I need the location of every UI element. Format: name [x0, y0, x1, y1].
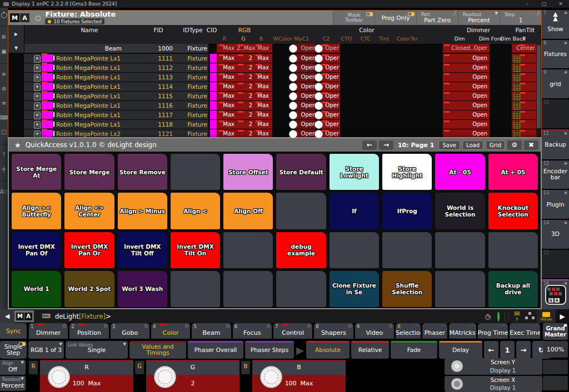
c1-dot[interactable] [315, 83, 323, 91]
c1-dot[interactable] [315, 54, 323, 63]
rgb-value-cell[interactable]: Max2Max [217, 73, 272, 82]
qa-empty-cell[interactable] [171, 154, 220, 190]
screen-encoder-y[interactable]: Screen YDisplay 1 [445, 358, 542, 375]
color-swatch[interactable] [42, 54, 53, 62]
fixture-idtype[interactable]: Fixture [175, 55, 207, 62]
fixture-row[interactable]: Robin MegaPointe Lx1 11111FixtureMax2Max… [8, 54, 541, 63]
sidebar-item-grid[interactable]: 9◉grid [542, 69, 569, 98]
tab-exec-time[interactable]: ⋯Exec Time [510, 323, 540, 339]
color-swatch[interactable] [42, 64, 53, 72]
sub-col-dim[interactable]: Dim [454, 36, 465, 42]
tab-dimmer[interactable]: 1Dimmer [29, 323, 68, 339]
page-prev-button[interactable]: ← [362, 140, 377, 150]
color-swatch[interactable] [42, 83, 53, 91]
qa-empty-cell[interactable] [276, 271, 326, 307]
qa-empty-cell[interactable] [223, 232, 273, 268]
save-button[interactable]: Save [438, 140, 460, 150]
load-button[interactable]: Load [462, 140, 483, 150]
pantilt-cell[interactable] [512, 54, 536, 63]
step-selector[interactable]: ╱ Step 1 [500, 11, 541, 25]
qa-empty-cell[interactable] [171, 271, 220, 307]
fixture-name[interactable]: Robin MegaPointe Lx1 2 [56, 64, 122, 71]
tab-prog-time[interactable]: ⋯Prog Time [478, 323, 508, 339]
colormacro-cell[interactable]: Oper [296, 44, 316, 53]
power-icon[interactable] [1, 12, 7, 18]
rgb-value-cell[interactable]: Max2Max [217, 63, 272, 72]
fixture-name[interactable]: Robin MegaPointe Lx1 4 [56, 83, 122, 90]
grand-master-button[interactable]: Grand Master [543, 323, 568, 340]
screen-encoder-x[interactable]: Screen XDisplay 1 [445, 376, 542, 392]
help-icon[interactable]: ? [2, 152, 5, 159]
qa-button-align-center[interactable]: Align <> Center [64, 193, 114, 229]
sub-col-dim-fore[interactable]: Dim Fore [479, 36, 503, 42]
tab-phaser[interactable]: ⋯Phaser [422, 323, 447, 339]
c1-cell[interactable]: Oper [321, 63, 340, 72]
sidebar-item-3d[interactable]: 14◉3D [542, 220, 569, 249]
encoder-chip-g[interactable]: G [135, 361, 144, 374]
qa-button-store-highlight[interactable]: Store Highlight [382, 154, 432, 190]
fixture-idtype[interactable]: Fixture [175, 45, 207, 52]
tab-focus[interactable]: 6Focus [233, 323, 272, 339]
minimize-button[interactable]: – [519, 0, 536, 8]
close-icon[interactable]: ✖ [524, 140, 538, 150]
dim-cell[interactable]: Open [443, 120, 490, 129]
col-group-color[interactable]: Color [359, 27, 374, 33]
filter-a-icon[interactable]: A▽ [0, 189, 8, 196]
colormacro-cell[interactable]: Oper [296, 82, 316, 91]
sub-col-cto[interactable]: CTO [341, 36, 352, 42]
rgb-value-cell[interactable]: Max2Max [217, 101, 272, 110]
command-line-input[interactable]: deLight[Fixture]> [55, 313, 111, 320]
sidebar-item-10[interactable]: 10 [542, 99, 569, 128]
sub-col-c1[interactable]: C1 [302, 36, 310, 42]
colormacro-dot[interactable] [289, 111, 297, 119]
back-arrow-button[interactable]: ◀ [0, 309, 14, 323]
fixture-sheet-titlebar[interactable]: MA ○ Fixture: Absolute 10 Fixtures Selec… [8, 11, 541, 25]
pantilt-cell[interactable]: Center [512, 44, 536, 53]
sidebar-item-encoder-bar[interactable]: 12◉Encoder bar [542, 160, 569, 189]
window-icon[interactable]: ▣ [1, 49, 6, 56]
nav-page-1-button[interactable]: 1 [500, 341, 515, 359]
delay-button[interactable]: Delay [439, 341, 482, 359]
fixture-idtype[interactable]: Fixture [175, 83, 207, 90]
c1-cell[interactable]: Oper [321, 54, 340, 63]
c1-dot[interactable] [315, 92, 323, 100]
colormacro-cell[interactable]: Oper [296, 73, 316, 82]
sub-col-g[interactable]: G [241, 36, 245, 42]
monitor-icon[interactable]: □ [1, 129, 6, 136]
sidebar-item-show[interactable]: 7◉▲▲Show [542, 10, 569, 39]
pantilt-cell[interactable] [512, 120, 536, 129]
sub-col-p[interactable]: P [522, 36, 526, 42]
qa-button-at-05[interactable]: At + 05 [488, 154, 538, 190]
fixture-row[interactable]: Robin MegaPointe Lx1 31113FixtureMax2Max… [8, 73, 541, 82]
fixture-row[interactable]: ▼Beam1000FixtureMax2..MaxMaxOperOperClos… [8, 44, 541, 54]
color-swatch[interactable] [42, 130, 53, 138]
dim-cell[interactable]: Open [443, 54, 490, 63]
sidebar-item-plugin[interactable]: 13◉Plugin [542, 190, 569, 219]
fixture-row[interactable]: Robin MegaPointe Lx1 81118FixtureMax2Max… [8, 120, 541, 129]
clock-icon[interactable]: ◷ [485, 313, 490, 320]
relative-button[interactable]: Relative [351, 341, 389, 359]
dim-cell[interactable]: Open [443, 63, 490, 72]
col-group-pantilt[interactable]: PanTilt [516, 27, 535, 33]
encoder-knob-icon[interactable] [48, 366, 70, 388]
sidebar-item-16[interactable]: 16◉QA [542, 279, 569, 309]
fixture-name[interactable]: Robin MegaPointe Lx2 1 [56, 130, 122, 137]
qa-button-if[interactable]: If [330, 193, 379, 229]
messages-icon[interactable]: ✉3 [514, 311, 520, 322]
qa-button-store-merge-at[interactable]: Store Merge At [12, 154, 61, 190]
qa-button-invert-dmx-tilt-on[interactable]: Invert DMX Tilt On [171, 232, 220, 268]
pantilt-cell[interactable] [512, 92, 536, 100]
pantilt-cell[interactable] [512, 82, 536, 91]
qa-button-align-[interactable]: Align < [171, 193, 220, 229]
sub-col-c2[interactable]: C2 [323, 36, 330, 42]
c1-dot[interactable] [315, 102, 323, 110]
encoder-chip-r[interactable]: R [29, 361, 38, 374]
tab-beam[interactable]: 5Beam [192, 323, 231, 339]
c1-dot[interactable] [315, 73, 323, 82]
fixture-row[interactable]: Robin MegaPointe Lx1 41114FixtureMax2Max… [8, 82, 541, 92]
color-swatch[interactable] [42, 120, 53, 128]
col-cid[interactable]: CID [207, 27, 217, 33]
qa-empty-cell[interactable] [488, 232, 538, 268]
rgb-value-cell[interactable]: Max2Max [217, 110, 272, 119]
fixture-idtype[interactable]: Fixture [175, 130, 207, 137]
